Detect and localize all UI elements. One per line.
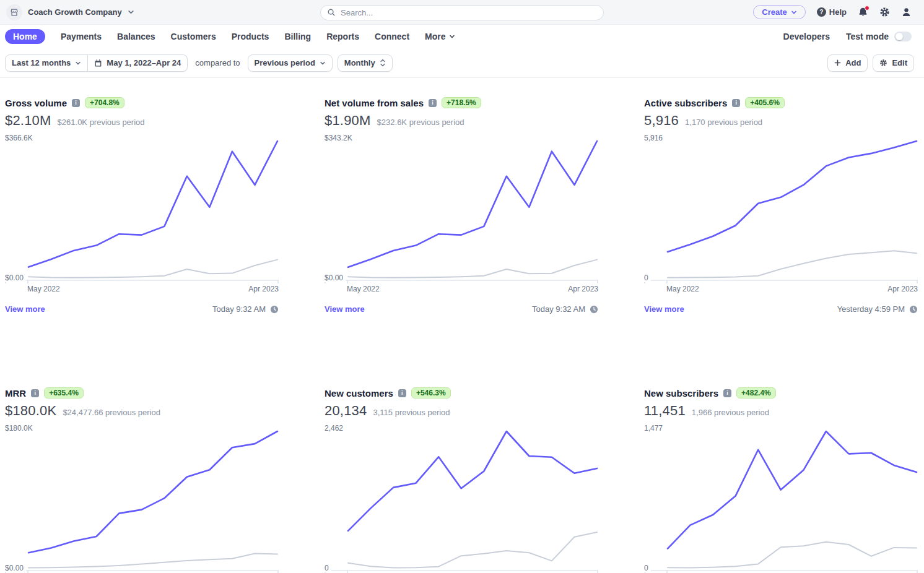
dashboard-content: Gross volume i +704.8% $2.10M $261.0K pr… (0, 78, 924, 573)
nav-item-payments[interactable]: Payments (61, 29, 102, 44)
create-button-label: Create (762, 7, 787, 17)
test-mode-control: Test mode (846, 32, 912, 41)
x-axis-labels: May 2022 Apr 2023 (5, 285, 279, 293)
y-axis-min-label: 0 (644, 274, 651, 282)
metric-chart: $366.6K $0.00 May 2022 Apr 2023 (5, 136, 279, 280)
view-more-link[interactable]: View more (5, 304, 45, 314)
nav-item-more[interactable]: More (425, 29, 455, 44)
metric-previous-value: 1,966 previous period (692, 408, 769, 417)
notifications-button[interactable] (858, 7, 868, 17)
test-mode-toggle[interactable] (894, 32, 912, 41)
line-chart[interactable] (27, 426, 279, 570)
metric-card: Net volume from sales i +718.5% $1.90M $… (325, 97, 598, 314)
info-icon[interactable]: i (723, 389, 731, 397)
metric-card: New customers i +546.3% 20,134 3,115 pre… (325, 387, 598, 573)
view-more-link[interactable]: View more (325, 304, 365, 314)
line-chart[interactable] (666, 136, 918, 280)
nav-item-products[interactable]: Products (232, 29, 269, 44)
edit-button-label: Edit (892, 58, 907, 67)
metric-title: Gross volume (5, 98, 67, 108)
clock-icon (270, 305, 279, 314)
metric-value: 11,451 (644, 403, 686, 419)
metric-title: MRR (5, 388, 26, 399)
last-updated: Today 9:32 AM (532, 304, 598, 314)
metric-title: New subscribers (644, 388, 718, 399)
nav-items: HomePaymentsBalancesCustomersProductsBil… (5, 29, 455, 44)
last-updated: Yesterday 4:59 PM (837, 304, 918, 314)
nav-item-home[interactable]: Home (5, 29, 45, 44)
filter-bar: Last 12 months May 1, 2022–Apr 24 compar… (0, 48, 924, 78)
line-chart[interactable] (27, 136, 279, 280)
chevron-down-icon (75, 60, 81, 66)
date-range-button[interactable]: May 1, 2022–Apr 24 (88, 54, 188, 72)
metric-chart: $343.2K $0.00 May 2022 Apr 2023 (325, 136, 598, 280)
nav-item-developers[interactable]: Developers (783, 32, 830, 41)
metric-chart: 2,462 0 May 2022 Apr 2023 (325, 426, 598, 570)
test-mode-label: Test mode (846, 32, 889, 41)
settings-button[interactable] (879, 7, 890, 17)
x-axis-start-label: May 2022 (27, 285, 60, 293)
last-updated: Today 9:32 AM (212, 304, 279, 314)
gear-icon (879, 7, 890, 17)
line-chart[interactable] (347, 426, 598, 570)
growth-badge: +704.8% (85, 97, 124, 108)
nav-item-reports[interactable]: Reports (326, 29, 359, 44)
storefront-icon (6, 4, 22, 20)
search-input[interactable] (320, 5, 604, 20)
info-icon[interactable]: i (31, 389, 39, 397)
growth-badge: +546.3% (411, 387, 451, 399)
metric-previous-value: 1,170 previous period (685, 118, 762, 127)
nav-item-balances[interactable]: Balances (117, 29, 155, 44)
date-range-preset-button[interactable]: Last 12 months (5, 54, 88, 72)
help-label: Help (829, 7, 847, 17)
info-icon[interactable]: i (72, 99, 80, 107)
info-icon[interactable]: i (429, 99, 437, 107)
nav-item-billing[interactable]: Billing (284, 29, 311, 44)
notification-dot (865, 6, 870, 11)
line-chart[interactable] (666, 426, 918, 570)
toggle-knob (896, 33, 903, 40)
search-icon (327, 8, 336, 17)
compared-to-label: compared to (195, 58, 240, 67)
info-icon[interactable]: i (398, 389, 406, 397)
metric-value: $180.0K (5, 403, 56, 419)
date-range-group: Last 12 months May 1, 2022–Apr 24 (5, 54, 188, 72)
view-more-link[interactable]: View more (644, 304, 684, 314)
nav-item-customers[interactable]: Customers (171, 29, 216, 44)
metric-title: New customers (325, 388, 393, 399)
create-button[interactable]: Create (753, 5, 805, 19)
edit-button[interactable]: Edit (873, 54, 914, 72)
calendar-icon (94, 59, 102, 67)
clock-icon (590, 305, 598, 314)
add-button[interactable]: Add (827, 54, 868, 72)
chevron-down-icon (128, 9, 134, 15)
person-icon (901, 7, 912, 17)
metric-chart: $180.0K $0.00 May 2022 Apr 2023 (5, 426, 279, 570)
interval-select[interactable]: Monthly (338, 54, 393, 72)
growth-badge: +635.4% (44, 387, 84, 399)
compare-select[interactable]: Previous period (248, 54, 333, 72)
metric-chart: 1,477 0 May 2022 Apr 2023 (644, 426, 918, 570)
y-axis-min-label: $0.00 (5, 274, 26, 282)
x-axis-start-label: May 2022 (666, 285, 699, 293)
metrics-grid: Gross volume i +704.8% $2.10M $261.0K pr… (5, 97, 919, 573)
line-chart[interactable] (347, 136, 598, 280)
interval-select-value: Monthly (344, 58, 375, 67)
account-name: Coach Growth Company (28, 7, 122, 17)
sort-arrows-icon (380, 59, 386, 67)
x-axis (325, 280, 598, 281)
y-axis-min-label: 0 (325, 564, 331, 572)
x-axis (644, 570, 918, 571)
x-axis (325, 570, 598, 571)
growth-badge: +718.5% (442, 97, 481, 108)
metric-value: 20,134 (325, 403, 367, 419)
account-switcher[interactable]: Coach Growth Company (6, 4, 134, 20)
info-icon[interactable]: i (732, 99, 740, 107)
help-button[interactable]: ? Help (817, 7, 847, 17)
x-axis (644, 280, 918, 281)
nav-item-connect[interactable]: Connect (375, 29, 409, 44)
metric-title: Active subscribers (644, 98, 727, 108)
profile-button[interactable] (901, 7, 912, 17)
plus-icon (834, 59, 841, 66)
chevron-down-icon (320, 60, 326, 66)
